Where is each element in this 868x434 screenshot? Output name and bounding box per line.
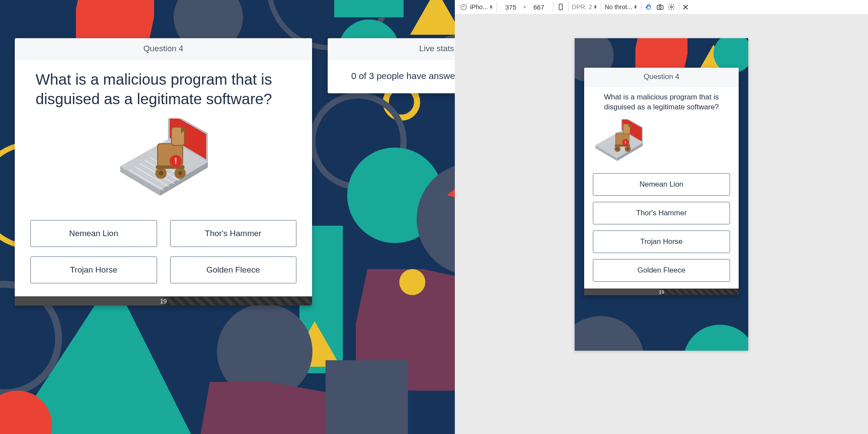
device-select[interactable]: iPho... ▲▼	[457, 2, 497, 12]
viewport-height-input[interactable]	[529, 2, 549, 12]
touch-simulation-button[interactable]	[643, 1, 654, 13]
svg-rect-23	[326, 360, 408, 434]
dpr-select[interactable]: DPR: 2 ▲▼	[569, 2, 602, 12]
devtools-panel: iPho... ▲▼ × DPR: 2 ▲▼ No throt... ▲▼	[455, 0, 868, 434]
svg-point-76	[616, 148, 618, 150]
live-stats-body: 0 of 3 people have answered this questio…	[328, 59, 455, 93]
live-stats-header: Live stats	[328, 38, 455, 59]
mobile-question-text: What is a malicious program that is disg…	[593, 92, 730, 112]
svg-rect-28	[200, 382, 326, 434]
mobile-timer-seconds: 19	[584, 289, 739, 295]
throttle-label: No throt...	[605, 3, 632, 10]
mobile-answer-list: Nemean Lion Thor's Hammer Trojan Horse G…	[593, 171, 730, 282]
svg-point-57	[659, 7, 661, 9]
camera-icon	[656, 3, 664, 11]
timer-bar: 19	[15, 296, 312, 306]
svg-point-52	[461, 4, 467, 10]
svg-rect-56	[657, 5, 663, 10]
svg-marker-53	[463, 5, 464, 7]
bg-square	[326, 360, 408, 434]
gear-icon	[667, 3, 675, 11]
question-card: Question 4 What is a malicious program t…	[15, 38, 312, 306]
device-frame: Question 4 What is a malicious program t…	[575, 38, 748, 351]
device-stage: Question 4 What is a malicious program t…	[455, 14, 868, 434]
bg-triangle	[447, 156, 455, 213]
bg-circle	[683, 325, 748, 351]
settings-button[interactable]	[666, 1, 677, 13]
svg-marker-5	[410, 0, 455, 35]
viewport-dimensions: ×	[497, 2, 553, 12]
mobile-answer-option-2[interactable]: Thor's Hammer	[593, 202, 730, 224]
answer-option-2[interactable]: Thor's Hammer	[170, 220, 297, 247]
mobile-timer-bar: 19	[584, 289, 739, 295]
svg-rect-7	[334, 0, 404, 17]
svg-point-58	[671, 6, 673, 8]
compass-icon	[460, 3, 467, 11]
mobile-answer-option-4[interactable]: Golden Fleece	[593, 259, 730, 282]
bg-circle	[360, 174, 386, 200]
svg-point-12	[360, 174, 386, 200]
trojan-horse-illustration: !	[593, 119, 730, 166]
svg-point-55	[560, 9, 561, 10]
quiz-viewport: Question 4 What is a malicious program t…	[0, 0, 455, 434]
mobile-question-header: Question 4	[584, 68, 739, 86]
bg-square	[334, 0, 404, 17]
mobile-question-card: Question 4 What is a malicious program t…	[584, 68, 739, 295]
devtools-toolbar: iPho... ▲▼ × DPR: 2 ▲▼ No throt... ▲▼	[455, 0, 868, 14]
mobile-quiz-viewport: Question 4 What is a malicious program t…	[575, 38, 748, 351]
bg-square	[200, 382, 326, 434]
svg-point-65	[575, 316, 644, 351]
chevron-updown-icon: ▲▼	[593, 5, 597, 9]
dimension-separator: ×	[521, 3, 528, 10]
bg-circle	[0, 391, 52, 434]
viewport-width-input[interactable]	[500, 2, 521, 12]
svg-marker-15	[447, 156, 455, 208]
bg-circle	[575, 316, 644, 351]
rotate-device-icon	[557, 3, 565, 11]
live-stats-card: Live stats 0 of 3 people have answered t…	[328, 38, 455, 93]
device-label: iPho...	[470, 3, 488, 10]
throttle-select[interactable]: No throt... ▲▼	[601, 2, 641, 12]
mobile-answer-option-3[interactable]: Trojan Horse	[593, 230, 730, 253]
answer-option-1[interactable]: Nemean Lion	[30, 220, 157, 247]
answer-option-3[interactable]: Trojan Horse	[30, 256, 157, 283]
svg-rect-49	[156, 165, 184, 169]
svg-point-20	[399, 269, 425, 295]
answer-grid: Nemean Lion Thor's Hammer Trojan Horse G…	[28, 215, 299, 285]
svg-text:!: !	[625, 140, 626, 145]
svg-point-48	[178, 171, 182, 175]
screenshot-button[interactable]	[654, 1, 666, 13]
chevron-updown-icon: ▲▼	[634, 5, 638, 9]
touch-icon	[645, 3, 653, 11]
timer-seconds: 19	[15, 297, 312, 306]
rotate-button[interactable]	[553, 2, 569, 12]
question-header: Question 4	[15, 38, 312, 59]
trojan-horse-illustration: !	[116, 118, 211, 205]
chevron-updown-icon: ▲▼	[489, 5, 493, 9]
answer-option-4[interactable]: Golden Fleece	[170, 256, 297, 283]
dpr-label: DPR: 2	[572, 3, 592, 10]
svg-point-29	[0, 391, 52, 434]
mobile-answer-option-1[interactable]: Nemean Lion	[593, 173, 730, 196]
question-text: What is a malicious program that is disg…	[36, 70, 291, 109]
close-devtools-button[interactable]	[680, 1, 691, 13]
close-icon	[682, 3, 689, 11]
svg-point-78	[627, 148, 629, 150]
svg-point-46	[159, 171, 163, 175]
svg-text:!: !	[174, 157, 177, 165]
svg-rect-79	[615, 145, 630, 146]
svg-point-66	[683, 325, 748, 351]
bg-circle	[399, 269, 425, 295]
